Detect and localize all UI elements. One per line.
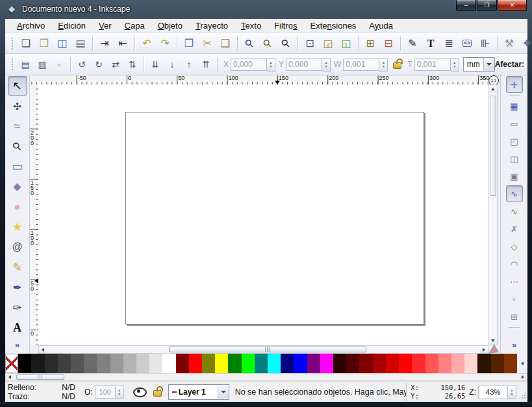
selector-tool[interactable]: ↖ (8, 76, 27, 96)
zoom-page-button[interactable]: ⚲ (277, 34, 295, 53)
palette-swatch[interactable] (5, 354, 18, 373)
palette-swatch[interactable] (333, 354, 346, 373)
vertical-scroll-thumb[interactable] (490, 96, 496, 196)
resize-grip[interactable] (518, 391, 526, 399)
palette-swatch[interactable] (202, 354, 215, 373)
pen-tool[interactable]: ✒ (8, 278, 27, 297)
rotate-ccw-button[interactable]: ↺ (73, 56, 90, 73)
raise-to-top-button[interactable]: ⇈ (197, 56, 214, 73)
group-button[interactable]: ⊞ (361, 34, 379, 53)
layer-selector[interactable]: Layer 1 (168, 384, 229, 400)
palette-swatch[interactable] (451, 354, 464, 373)
paste-button[interactable]: ❑ (216, 34, 234, 53)
snap-line-midpoints-button[interactable]: ⋯ (506, 273, 523, 290)
palette-swatch[interactable] (18, 354, 31, 373)
document-properties-button[interactable]: ❖ (518, 34, 532, 53)
x-spinner[interactable] (267, 58, 275, 72)
palette-swatch[interactable] (110, 354, 123, 373)
open-document-button[interactable]: ❒ (35, 34, 53, 53)
layer-visibility-toggle[interactable] (133, 387, 147, 397)
menu-ver[interactable]: Ver (92, 19, 118, 33)
scroll-left-button[interactable] (39, 346, 47, 353)
unit-dropdown-button[interactable] (483, 58, 494, 71)
snap-bbox-centers-button[interactable]: ▣ (506, 168, 523, 185)
y-input[interactable] (286, 59, 322, 71)
menu-edicion[interactable]: Edición (51, 19, 92, 33)
palette-swatch[interactable] (425, 354, 438, 373)
palette-swatch[interactable] (84, 354, 97, 373)
create-clone-button[interactable]: ◲ (319, 34, 337, 53)
palette-swatch[interactable] (464, 354, 477, 373)
palette-swatch[interactable] (307, 354, 320, 373)
zoom-drawing-button[interactable]: ⚲ (259, 34, 277, 53)
toolbox-overflow-button[interactable]: » (5, 340, 29, 350)
snap-smooth-nodes-button[interactable]: ◠ (506, 256, 523, 272)
select-all-button[interactable]: ▤ (17, 56, 34, 73)
import-button[interactable]: ⇥ (95, 34, 114, 53)
fill-stroke-dialog-button[interactable]: ✎ (403, 34, 422, 53)
save-document-button[interactable]: ◫ (53, 34, 71, 53)
preferences-button[interactable]: ⚒ (500, 34, 518, 53)
star-tool[interactable]: ★ (8, 217, 27, 237)
deselect-button[interactable]: ▫ (51, 56, 68, 73)
vertical-ruler[interactable]: 200150100500 (30, 85, 39, 345)
box3d-tool[interactable]: ◆ (8, 177, 27, 196)
layer-lock-toggle[interactable] (153, 390, 162, 397)
spiral-tool[interactable]: @ (8, 237, 27, 257)
new-document-button[interactable]: ❏ (17, 34, 35, 53)
print-button[interactable]: ▤ (71, 34, 90, 53)
title-bar[interactable]: ◆ Documento nuevo 4 - Inkscape –❐✕ (0, 0, 532, 19)
tweak-tool[interactable]: ≈ (8, 116, 27, 136)
palette-swatch[interactable] (504, 354, 517, 373)
width-input[interactable] (343, 59, 379, 71)
snap-bbox-edges-button[interactable]: ▭ (506, 115, 523, 132)
layer-dropdown-button[interactable] (218, 386, 229, 399)
snap-bbox-edge-midpoints-button[interactable]: ◫ (506, 150, 523, 167)
enable-snapping-button[interactable]: ✛ (506, 76, 523, 93)
palette-swatch[interactable] (215, 354, 228, 373)
ellipse-tool[interactable]: ● (8, 197, 27, 217)
palette-swatch[interactable] (255, 354, 268, 373)
close-button[interactable]: ✕ (498, 0, 527, 11)
horizontal-ruler[interactable]: -50050100150200250300350 (30, 75, 488, 85)
palette-swatch[interactable] (123, 354, 136, 373)
palette-swatch[interactable] (162, 354, 175, 373)
palette-swatch[interactable] (136, 354, 149, 373)
vertical-scroll-track[interactable] (489, 93, 497, 337)
palette-swatch[interactable] (373, 354, 386, 373)
menu-ayuda[interactable]: Ayuda (362, 19, 399, 33)
menu-texto[interactable]: Texto (234, 19, 268, 33)
text-tool[interactable]: A (8, 318, 27, 337)
palette-swatch[interactable] (386, 354, 399, 373)
text-dialog-button[interactable]: T (422, 34, 440, 53)
zoom-tool[interactable]: ⚲ (8, 137, 27, 156)
palette-swatch[interactable] (399, 354, 412, 373)
snap-nodes-button[interactable]: ∿ (506, 185, 523, 202)
snap-page-border-button[interactable]: ⊞ (506, 308, 523, 325)
menu-extensiones[interactable]: Extensiones (304, 19, 363, 33)
palette-scroll-left[interactable] (517, 354, 527, 373)
pencil-tool[interactable]: ✎ (8, 257, 27, 277)
width-spinner[interactable] (379, 58, 388, 72)
canvas[interactable] (38, 85, 488, 345)
palette-swatch[interactable] (97, 354, 110, 373)
scroll-up-button[interactable] (489, 85, 497, 93)
node-tool[interactable]: ✣ (8, 96, 27, 116)
vertical-scrollbar[interactable] (488, 85, 498, 345)
palette-swatch[interactable] (58, 354, 71, 373)
snapbar-overflow-button[interactable]: » (501, 340, 527, 350)
palette-scroll-right-button[interactable] (519, 374, 527, 380)
palette-swatch[interactable] (71, 354, 84, 373)
palette-swatch[interactable] (176, 354, 189, 373)
palette-swatch[interactable] (359, 354, 372, 373)
palette-swatch[interactable] (228, 354, 241, 373)
palette-swatch[interactable] (320, 354, 333, 373)
snap-bbox-corners-button[interactable]: ◰ (506, 133, 523, 150)
y-spinner[interactable] (322, 58, 331, 72)
palette-swatch[interactable] (31, 354, 44, 373)
scroll-down-button[interactable] (489, 337, 497, 345)
calligraphy-tool[interactable]: ✑ (8, 298, 27, 317)
lower-to-bottom-button[interactable]: ⇊ (147, 56, 164, 73)
palette-swatch[interactable] (346, 354, 359, 373)
height-input[interactable] (414, 59, 451, 71)
